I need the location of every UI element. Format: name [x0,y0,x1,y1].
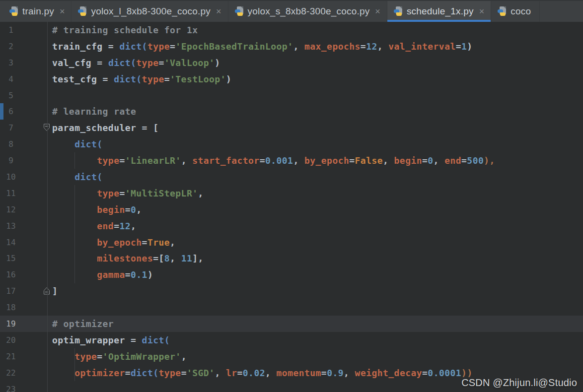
tab-label: coco [510,6,531,17]
line-number[interactable]: 9 [0,156,22,165]
code-text: by_epoch=True, [47,237,175,248]
code-text: type='LinearLR', start_factor=0.001, by_… [47,155,495,166]
tab-close-icon[interactable]: × [216,7,221,16]
code-line[interactable]: 1# training schedule for 1x [0,22,583,38]
line-number[interactable]: 15 [0,254,22,263]
code-text: dict( [47,139,103,149]
line-number[interactable]: 18 [0,303,22,312]
code-text: optimizer=dict(type='SGD', lr=0.02, mome… [47,368,473,378]
code-text: type='OptimWrapper', [47,351,187,362]
left-blue-marker [0,103,3,120]
tab-close-icon[interactable]: × [375,7,380,16]
code-line[interactable]: 20optim_wrapper = dict( [0,332,583,348]
line-number[interactable]: 19 [0,319,22,328]
code-line[interactable]: 4test_cfg = dict(type='TestLoop') [0,71,583,87]
code-line[interactable]: 14 by_epoch=True, [0,234,583,251]
tab-label: schedule_1x.py [407,6,474,17]
python-file-icon [498,6,507,16]
code-line[interactable]: 5 [0,87,583,104]
code-line[interactable]: 7param_scheduler = [ [0,120,583,136]
line-number[interactable]: 7 [0,123,22,132]
code-line[interactable]: 13 end=12, [0,218,583,234]
line-number[interactable]: 20 [0,335,22,345]
tab-yolox-l-8xb8-300e-coco-py[interactable]: yolox_l_8xb8-300e_coco.py× [72,1,228,22]
gutter-separator [47,22,48,392]
line-number[interactable]: 13 [0,221,22,231]
python-file-icon [9,6,19,16]
code-line[interactable]: 6# learning rate [0,103,583,120]
code-text: gamma=0.1) [47,269,153,280]
python-file-icon [78,6,87,16]
code-line[interactable]: 11 type='MultiStepLR', [0,185,583,201]
line-number[interactable]: 10 [0,172,22,182]
line-number[interactable]: 3 [0,58,22,67]
code-line[interactable]: 18 [0,299,583,316]
line-number[interactable]: 8 [0,139,22,149]
line-number[interactable]: 16 [0,270,22,279]
line-number[interactable]: 17 [0,286,22,296]
tab-label: train.py [22,6,54,17]
code-text: type='MultiStepLR', [47,188,204,198]
code-line[interactable]: 2train_cfg = dict(type='EpochBasedTrainL… [0,38,583,55]
code-text: dict( [47,172,103,182]
tab-coco[interactable]: coco [491,1,540,22]
code-line[interactable]: 10 dict( [0,169,583,185]
code-line[interactable]: 19# optimizer [0,316,583,332]
tab-train-py[interactable]: train.py× [3,1,72,22]
code-line[interactable]: 21 type='OptimWrapper', [0,348,583,365]
code-text: # learning rate [47,106,136,117]
code-text: val_cfg = dict(type='ValLoop') [47,58,220,68]
indent-guide [74,185,75,283]
tab-label: yolox_s_8xb8-300e_coco.py [248,6,370,17]
indent-guide [74,348,75,381]
fold-start-marker[interactable] [43,124,50,131]
code-text: end=12, [47,221,136,231]
python-file-icon [394,6,403,16]
line-number[interactable]: 22 [0,368,22,378]
line-number[interactable]: 1 [0,25,22,35]
code-line[interactable]: 8 dict( [0,136,583,152]
code-text: # optimizer [47,319,114,329]
line-number[interactable]: 23 [0,385,22,392]
code-line[interactable]: 16 gamma=0.1) [0,266,583,283]
fold-end-marker[interactable] [43,287,50,295]
line-number[interactable]: 21 [0,352,22,361]
code-text: train_cfg = dict(type='EpochBasedTrainLo… [47,41,473,52]
tab-label: yolox_l_8xb8-300e_coco.py [91,6,211,17]
code-text: param_scheduler = [ [47,123,158,133]
code-editor[interactable]: 1# training schedule for 1x2train_cfg = … [0,22,583,392]
line-number[interactable]: 11 [0,189,22,198]
code-line[interactable]: 3val_cfg = dict(type='ValLoop') [0,55,583,71]
code-text: # training schedule for 1x [47,25,198,35]
indent-guide [74,152,75,169]
line-number[interactable]: 5 [0,91,22,100]
code-line[interactable]: 15 milestones=[8, 11], [0,250,583,266]
tab-yolox-s-8xb8-300e-coco-py[interactable]: yolox_s_8xb8-300e_coco.py× [228,1,387,22]
editor-tab-bar: train.py×yolox_l_8xb8-300e_coco.py×yolox… [0,0,583,22]
code-line[interactable]: 17] [0,283,583,299]
code-text: begin=0, [47,204,142,215]
tab-schedule-1x-py[interactable]: schedule_1x.py× [387,1,491,22]
code-text: test_cfg = dict(type='TestLoop') [47,74,231,84]
code-text: optim_wrapper = dict( [47,335,170,345]
tab-close-icon[interactable]: × [479,7,485,16]
tab-close-icon[interactable]: × [60,7,65,16]
line-number[interactable]: 12 [0,205,22,214]
line-number[interactable]: 2 [0,42,22,51]
watermark: CSDN @Zhijun.li@Studio [461,377,577,389]
line-number[interactable]: 4 [0,74,22,84]
code-text: milestones=[8, 11], [47,253,204,263]
code-line[interactable]: 12 begin=0, [0,201,583,218]
python-file-icon [235,6,244,16]
code-line[interactable]: 9 type='LinearLR', start_factor=0.001, b… [0,152,583,169]
line-number[interactable]: 14 [0,238,22,247]
